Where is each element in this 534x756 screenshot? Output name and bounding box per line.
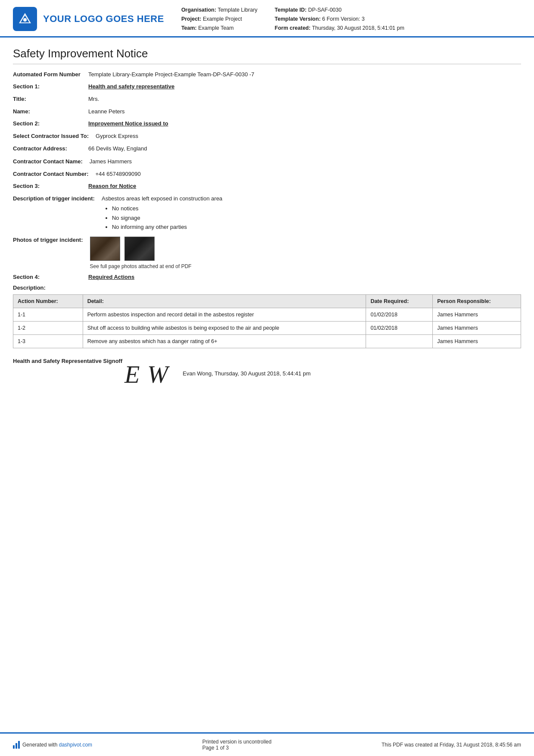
template-id-value: DP-SAF-0030: [308, 7, 342, 13]
footer-middle: Printed version is uncontrolled Page 1 o…: [202, 739, 272, 751]
contractor-address-value: 66 Devils Way, England: [88, 144, 521, 153]
svg-text:E: E: [124, 360, 140, 387]
trigger-row: Description of trigger incident: Asbesto…: [13, 194, 521, 232]
actions-table: Action Number: Detail: Date Required: Pe…: [13, 294, 521, 348]
team-value: Example Team: [198, 25, 233, 31]
signoff-label: Health and Safety Representative Signoff: [13, 357, 122, 366]
page: YOUR LOGO GOES HERE Organisation: Templa…: [0, 0, 534, 756]
form-version-label: Form Version:: [326, 16, 360, 22]
form-version-value: 3: [362, 16, 365, 22]
section3-row: Section 3: Reason for Notice: [13, 183, 521, 189]
th-action-number: Action Number:: [13, 294, 83, 308]
table-row: 1-3Remove any asbestos which has a dange…: [13, 334, 521, 348]
title-row: Title: Mrs.: [13, 95, 521, 103]
footer-uncontrolled: Printed version is uncontrolled: [202, 739, 272, 745]
td-person-responsible: James Hammers: [433, 308, 521, 321]
photos-caption: See full page photos attached at end of …: [90, 263, 192, 269]
contractor-contact-row: Contractor Contact Name: James Hammers: [13, 157, 521, 166]
table-header-row: Action Number: Detail: Date Required: Pe…: [13, 294, 521, 308]
section2-label: Section 2:: [13, 120, 88, 127]
section2-value: Improvement Notice issued to: [88, 120, 168, 127]
project-label: Project:: [181, 16, 202, 22]
project-line: Project: Example Project: [181, 15, 258, 23]
section1-row: Section 1: Health and safety representat…: [13, 83, 521, 90]
td-person-responsible: James Hammers: [433, 334, 521, 348]
header-meta: Organisation: Template Library Project: …: [173, 6, 521, 32]
template-id-line: Template ID: DP-SAF-0030: [275, 6, 404, 14]
section3-label: Section 3:: [13, 183, 88, 189]
auto-form-label: Automated Form Number: [13, 70, 88, 79]
contractor-label: Select Contractor Issued To:: [13, 132, 96, 141]
photo-thumb-1: [90, 237, 120, 261]
brand-generated: Generated with: [22, 742, 57, 748]
header: YOUR LOGO GOES HERE Organisation: Templa…: [0, 0, 534, 37]
contractor-value: Gyprock Express: [96, 132, 521, 141]
main-content: Safety Improvement Notice Automated Form…: [0, 37, 534, 732]
bullet-2: No signage: [112, 214, 521, 222]
org-label: Organisation:: [181, 7, 216, 13]
footer-right: This PDF was created at Friday, 31 Augus…: [382, 742, 521, 748]
signoff-name: Evan Wong, Thursday, 30 August 2018, 5:4…: [183, 370, 310, 377]
contractor-phone-label: Contractor Contact Number:: [13, 170, 96, 178]
td-detail: Perform asbestos inspection and record d…: [83, 308, 366, 321]
photos-label: Photos of trigger incident:: [13, 237, 90, 243]
actions-tbody: 1-1Perform asbestos inspection and recor…: [13, 308, 521, 348]
form-created-value: Thursday, 30 August 2018, 5:41:01 pm: [312, 25, 404, 31]
form-created-line: Form created: Thursday, 30 August 2018, …: [275, 24, 404, 32]
team-line: Team: Example Team: [181, 24, 258, 32]
td-detail: Remove any asbestos which has a danger r…: [83, 334, 366, 348]
bullet-1: No notices: [112, 204, 521, 213]
table-desc-label: Description:: [13, 284, 521, 291]
contractor-contact-value: James Hammers: [90, 157, 521, 166]
form-created-label: Form created:: [275, 25, 310, 31]
table-row: 1-1Perform asbestos inspection and recor…: [13, 308, 521, 321]
org-line: Organisation: Template Library: [181, 6, 258, 14]
section1-value: Health and safety representative: [88, 83, 174, 90]
template-id-label: Template ID:: [275, 7, 307, 13]
table-row: 1-2Shut off access to building while asb…: [13, 321, 521, 334]
contractor-row: Select Contractor Issued To: Gyprock Exp…: [13, 132, 521, 141]
th-detail: Detail:: [83, 294, 366, 308]
logo-area: YOUR LOGO GOES HERE: [13, 6, 164, 32]
svg-text:W: W: [147, 360, 170, 387]
contractor-address-label: Contractor Address:: [13, 144, 88, 153]
signature-area: E W: [122, 357, 170, 390]
signoff-content: E W Evan Wong, Thursday, 30 August 2018,…: [122, 357, 310, 390]
trigger-label: Description of trigger incident:: [13, 194, 102, 203]
bar1: [13, 745, 15, 749]
section4-row: Section 4: Required Actions: [13, 274, 521, 280]
trigger-value: Asbestos areas left exposed in construct…: [102, 194, 521, 232]
project-value: Example Project: [203, 16, 242, 22]
logo-icon: [13, 7, 37, 31]
bar3: [18, 741, 20, 749]
brand-text: Generated with dashpivot.com: [22, 742, 92, 748]
footer: Generated with dashpivot.com Printed ver…: [0, 732, 534, 756]
bar2: [16, 743, 17, 749]
brand-icon: [13, 741, 20, 749]
brand-link[interactable]: dashpivot.com: [59, 742, 92, 748]
template-version-value: 6: [322, 16, 325, 22]
template-version-line: Template Version: 6 Form Version: 3: [275, 15, 404, 23]
signoff-section: Health and Safety Representative Signoff…: [13, 357, 521, 390]
svg-point-0: [23, 18, 27, 22]
trigger-main: Asbestos areas left exposed in construct…: [102, 194, 521, 203]
td-date-required: [366, 334, 433, 348]
title-label: Title:: [13, 95, 88, 103]
footer-page: Page 1 of 3: [202, 745, 272, 751]
section3-value: Reason for Notice: [88, 183, 136, 189]
contractor-phone-row: Contractor Contact Number: +44 657489090…: [13, 170, 521, 178]
auto-form-value: Template Library-Example Project-Example…: [88, 70, 521, 79]
org-value: Template Library: [217, 7, 257, 13]
td-date-required: 01/02/2018: [366, 308, 433, 321]
table-section: Description: Action Number: Detail: Date…: [13, 284, 521, 348]
contractor-phone-value: +44 65748909090: [96, 170, 521, 178]
td-detail: Shut off access to building while asbest…: [83, 321, 366, 334]
photos-content: See full page photos attached at end of …: [90, 237, 192, 269]
td-person-responsible: James Hammers: [433, 321, 521, 334]
photos-thumbs: [90, 237, 192, 261]
section1-label: Section 1:: [13, 83, 88, 90]
signature-svg: E W: [122, 357, 170, 387]
name-label: Name:: [13, 107, 88, 116]
photo-thumb-2: [124, 237, 155, 261]
td-action-number: 1-2: [13, 321, 83, 334]
